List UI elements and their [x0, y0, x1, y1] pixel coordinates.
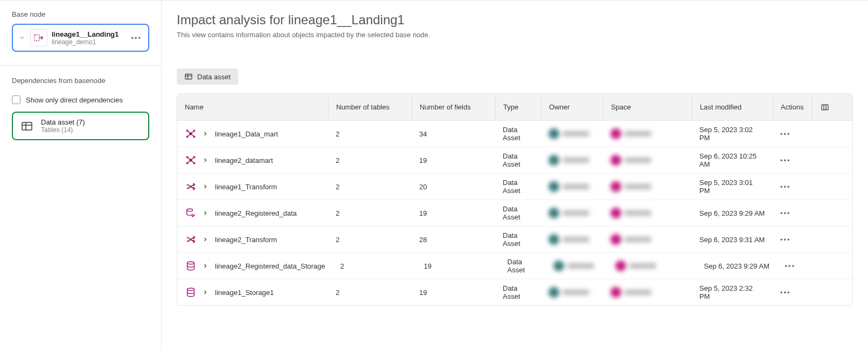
row-modified: Sep 6, 2023 9:31 AM — [699, 236, 765, 244]
table-icon — [19, 119, 34, 134]
chevron-right-icon[interactable] — [202, 236, 210, 243]
row-name: lineage2_Registered_data_Storage — [215, 262, 325, 270]
row-space-redacted — [610, 208, 651, 218]
chevron-right-icon[interactable] — [202, 289, 210, 296]
svg-rect-4 — [185, 74, 192, 79]
row-name: lineage1_Transform — [215, 183, 277, 191]
checkbox-icon — [12, 95, 20, 104]
chevron-right-icon[interactable] — [202, 209, 210, 217]
col-header-actions: Actions — [773, 94, 811, 121]
row-tables: 2 — [336, 209, 339, 217]
dependency-title: Data asset (7) — [41, 118, 85, 126]
row-name: lineage2_Transform — [215, 236, 277, 244]
row-tables: 2 — [336, 130, 339, 138]
row-fields: 19 — [424, 262, 432, 270]
row-actions-button[interactable]: ••• — [780, 289, 791, 297]
transform-icon — [185, 181, 197, 193]
landing-node-icon — [30, 29, 47, 46]
row-actions-button[interactable]: ••• — [780, 183, 791, 191]
basenode-title: lineage1__Landing1 — [52, 30, 126, 38]
chevron-right-icon[interactable] — [202, 130, 210, 138]
row-modified: Sep 6, 2023 10:25 AM — [699, 152, 765, 168]
table-header: Name Number of tables Number of fields T… — [177, 94, 852, 121]
row-fields: 34 — [419, 130, 427, 138]
row-fields: 19 — [419, 156, 427, 164]
col-header-owner[interactable]: Owner — [541, 94, 603, 121]
chevron-right-icon[interactable] — [202, 156, 210, 164]
row-type: Data Asset — [503, 179, 533, 195]
mart-icon — [185, 154, 197, 166]
page-subtitle: This view contains information about obj… — [177, 31, 853, 39]
row-owner-redacted — [548, 128, 589, 139]
data-asset-filter-chip[interactable]: Data asset — [177, 68, 238, 85]
column-settings-button[interactable] — [811, 94, 838, 121]
impact-table: Name Number of tables Number of fields T… — [177, 93, 853, 306]
row-type: Data Asset — [508, 258, 538, 274]
dependencies-section-label: Dependencies from basenode — [12, 77, 149, 85]
row-fields: 19 — [419, 289, 427, 297]
sidebar: Base node lineage1__Landing1 lineage_dem… — [0, 1, 162, 350]
table-row[interactable]: lineage2_Registered_data 2 19 Data Asset… — [177, 200, 852, 227]
dependency-subtitle: Tables (14) — [41, 126, 85, 134]
svg-line-15 — [188, 131, 191, 134]
row-owner-redacted — [548, 234, 589, 245]
svg-line-25 — [191, 157, 194, 161]
row-type: Data Asset — [503, 205, 533, 221]
transform-icon — [185, 234, 197, 245]
svg-line-16 — [191, 131, 194, 134]
data-asset-dependency-card[interactable]: Data asset (7) Tables (14) — [12, 112, 149, 140]
col-header-name[interactable]: Name — [177, 94, 328, 121]
row-modified: Sep 5, 2023 2:32 PM — [699, 284, 765, 300]
col-header-modified[interactable]: Last modified — [692, 94, 773, 121]
row-tables: 2 — [336, 156, 339, 164]
row-actions-button[interactable]: ••• — [780, 236, 791, 244]
row-owner-redacted — [548, 208, 589, 218]
svg-line-26 — [188, 160, 191, 163]
row-tables: 2 — [336, 236, 339, 244]
row-tables: 2 — [336, 183, 339, 191]
row-modified: Sep 6, 2023 9:29 AM — [704, 262, 769, 270]
row-actions-button[interactable]: ••• — [785, 262, 796, 270]
basenode-card[interactable]: lineage1__Landing1 lineage_demo1 ••• — [12, 24, 149, 52]
row-name: lineage1_Storage1 — [215, 289, 274, 297]
row-name: lineage2_datamart — [215, 156, 273, 164]
direct-dependencies-checkbox[interactable]: Show only direct dependencies — [12, 95, 149, 104]
row-type: Data Asset — [503, 284, 533, 300]
col-header-type[interactable]: Type — [495, 94, 541, 121]
basenode-section-label: Base node — [12, 10, 149, 18]
checkbox-label: Show only direct dependencies — [26, 96, 123, 104]
table-body: lineage1_Data_mart 2 34 Data Asset Sep 5… — [177, 121, 852, 305]
row-actions-button[interactable]: ••• — [780, 209, 791, 217]
row-owner-redacted — [548, 155, 589, 166]
page-title: Impact analysis for lineage1__Landing1 — [177, 12, 853, 28]
table-row[interactable]: lineage1_Transform 2 20 Data Asset Sep 5… — [177, 174, 852, 200]
col-header-tables[interactable]: Number of tables — [328, 94, 412, 121]
row-space-redacted — [610, 234, 651, 245]
table-row[interactable]: lineage2_Registered_data_Storage 2 19 Da… — [177, 253, 852, 279]
col-header-space[interactable]: Space — [603, 94, 692, 121]
table-row[interactable]: lineage2_Transform 2 28 Data Asset Sep 6… — [177, 227, 852, 253]
row-space-redacted — [615, 260, 656, 271]
row-fields: 19 — [419, 209, 427, 217]
col-header-fields[interactable]: Number of fields — [412, 94, 495, 121]
row-actions-button[interactable]: ••• — [780, 130, 791, 138]
basenode-more-button[interactable]: ••• — [130, 31, 143, 44]
svg-line-24 — [188, 157, 191, 161]
row-actions-button[interactable]: ••• — [780, 156, 791, 164]
basenode-text: lineage1__Landing1 lineage_demo1 — [52, 30, 126, 46]
chevron-right-icon[interactable] — [202, 262, 210, 270]
table-row[interactable]: lineage1_Data_mart 2 34 Data Asset Sep 5… — [177, 121, 852, 147]
table-icon — [184, 72, 193, 81]
svg-line-17 — [188, 134, 191, 137]
row-tables: 2 — [341, 262, 344, 270]
row-space-redacted — [610, 128, 651, 139]
chevron-down-icon[interactable] — [18, 34, 26, 42]
row-modified: Sep 5, 2023 3:02 PM — [699, 126, 765, 142]
table-row[interactable]: lineage1_Storage1 2 19 Data Asset Sep 5,… — [177, 279, 852, 305]
chevron-right-icon[interactable] — [202, 183, 210, 190]
filter-chip-label: Data asset — [197, 73, 231, 81]
table-row[interactable]: lineage2_datamart 2 19 Data Asset Sep 6,… — [177, 147, 852, 174]
svg-rect-1 — [22, 122, 32, 130]
row-space-redacted — [610, 181, 651, 192]
registered-icon — [185, 207, 197, 219]
